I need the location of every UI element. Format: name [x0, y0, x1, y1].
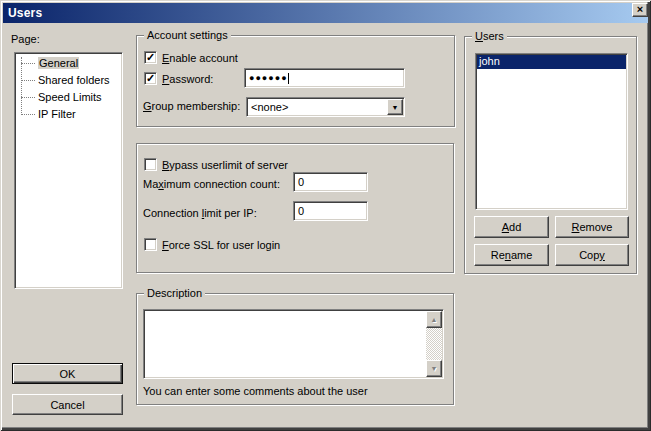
password-checkbox[interactable]: ✓ [144, 72, 157, 85]
tree-item-speed-limits[interactable]: Speed Limits [15, 89, 122, 106]
list-item[interactable]: john [477, 55, 626, 69]
users-list[interactable]: john [475, 53, 628, 210]
checkmark-icon: ✓ [145, 52, 156, 63]
arrow-up-icon: ▲ [431, 316, 438, 323]
description-group: Description ▲ ▼ You can enter some comme… [136, 293, 454, 405]
scroll-up-button[interactable]: ▲ [426, 311, 442, 328]
description-scrollbar[interactable]: ▲ ▼ [426, 311, 442, 377]
force-ssl-checkbox[interactable] [144, 238, 157, 251]
add-button[interactable]: Add [474, 216, 549, 238]
close-icon: × [637, 3, 643, 15]
window-title: Users [8, 6, 42, 20]
copy-button[interactable]: Copy [555, 244, 629, 266]
enable-account-checkbox[interactable]: ✓ [144, 51, 157, 64]
tree-item-general[interactable]: General [15, 55, 122, 72]
bypass-userlimit-checkbox[interactable] [144, 158, 157, 171]
account-settings-group-title: Account settings [144, 28, 231, 42]
tree-item-ip-filter[interactable]: IP Filter [15, 106, 122, 123]
enable-account-label: Enable account [162, 52, 238, 64]
description-input[interactable]: ▲ ▼ [143, 309, 444, 379]
users-group: Users john Add Remove Rename Copy [464, 36, 637, 274]
max-connection-count-label: Maximum connection count: [143, 178, 280, 190]
scroll-down-button[interactable]: ▼ [426, 360, 442, 377]
rename-button[interactable]: Rename [474, 244, 549, 266]
users-dialog: Users × Page: General Shared folders Spe… [0, 0, 651, 431]
connection-limit-per-ip-input[interactable]: 0 [293, 201, 368, 221]
group-membership-select[interactable]: <none> ▼ [246, 97, 405, 117]
scrollbar-track[interactable] [426, 328, 442, 360]
bypass-userlimit-label: Bypass userlimit of server [162, 159, 288, 171]
users-group-title: Users [472, 29, 507, 43]
text-caret [288, 73, 289, 84]
remove-button[interactable]: Remove [555, 216, 629, 238]
page-label: Page: [11, 33, 40, 45]
arrow-down-icon: ▼ [431, 365, 438, 372]
account-settings-group: Account settings ✓ Enable account ✓ Pass… [136, 35, 455, 127]
max-connection-count-input[interactable]: 0 [293, 172, 368, 192]
close-button[interactable]: × [632, 3, 648, 17]
group-membership-label: Group membership: [143, 100, 240, 112]
title-bar[interactable]: Users [3, 3, 648, 23]
password-input[interactable]: ●●●●●● [244, 68, 405, 88]
tree-item-shared-folders[interactable]: Shared folders [15, 72, 122, 89]
description-group-title: Description [144, 286, 205, 300]
cancel-button[interactable]: Cancel [12, 394, 123, 415]
ok-button[interactable]: OK [12, 363, 123, 384]
connection-limit-per-ip-label: Connection limit per IP: [143, 207, 257, 219]
description-hint: You can enter some comments about the us… [143, 385, 368, 397]
chevron-down-icon[interactable]: ▼ [387, 99, 403, 115]
page-tree[interactable]: General Shared folders Speed Limits IP F… [14, 52, 123, 289]
checkmark-icon: ✓ [145, 73, 156, 84]
connection-limits-group: Bypass userlimit of server Maximum conne… [136, 143, 454, 273]
force-ssl-label: Force SSL for user login [162, 239, 280, 251]
password-label: Password: [162, 73, 213, 85]
